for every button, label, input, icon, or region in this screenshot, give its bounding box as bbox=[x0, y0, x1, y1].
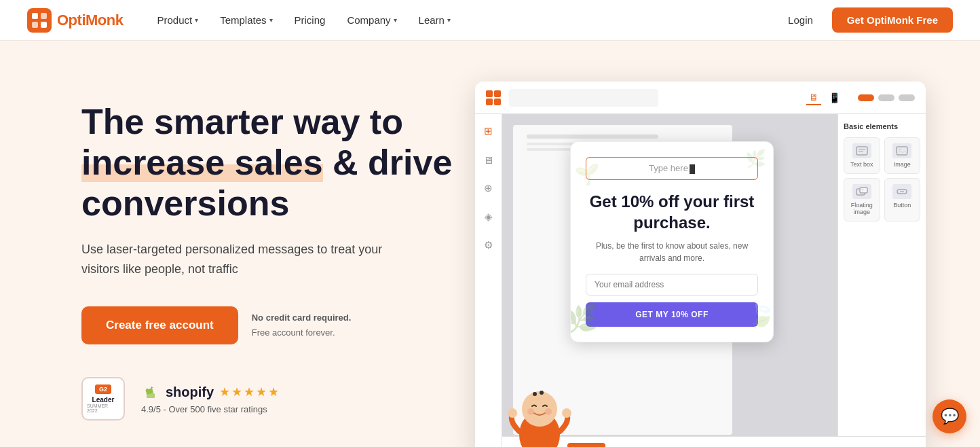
hero-content: The smarter way to increase sales & driv… bbox=[81, 82, 461, 421]
nav-product[interactable]: Product ▾ bbox=[147, 9, 208, 31]
shopify-row: shopify ★★★★★ bbox=[141, 382, 280, 401]
floating-image-label: Floating image bbox=[847, 202, 877, 215]
hero-subtext: Use laser-targeted personalized messages… bbox=[81, 240, 394, 279]
svg-rect-3 bbox=[32, 22, 38, 28]
tab-teaser[interactable]: Teaser bbox=[671, 443, 707, 448]
panel-element-floating-image[interactable]: Floating image bbox=[844, 178, 880, 221]
mascot-character bbox=[495, 360, 584, 447]
panel-title: Basic elements bbox=[844, 122, 920, 130]
tab-thank-you[interactable]: Thank you bbox=[614, 443, 662, 448]
panel-element-image[interactable]: Image bbox=[884, 137, 921, 174]
hero-actions: Create free account No credit card requi… bbox=[81, 306, 461, 344]
stars: ★★★★★ bbox=[219, 385, 280, 399]
social-proof: G2 Leader SUMMER 2022 shopify ★★★★★ 4.9/… bbox=[81, 377, 461, 421]
layers-tool-icon[interactable]: ◈ bbox=[480, 208, 497, 226]
svg-point-23 bbox=[562, 408, 571, 418]
logo[interactable]: OptiMonk bbox=[27, 8, 123, 33]
editor-grid-icon bbox=[486, 90, 501, 105]
nav-links: Product ▾ Templates ▾ Pricing Company ▾ … bbox=[147, 9, 780, 31]
popup-desc-text: Plus, be the first to know about sales, … bbox=[586, 240, 758, 264]
navbar: OptiMonk Product ▾ Templates ▾ Pricing C… bbox=[0, 0, 980, 41]
g2-badge: G2 Leader SUMMER 2022 bbox=[81, 377, 125, 421]
dot-2 bbox=[878, 94, 894, 101]
editor-mockup-container: 🖥 📱 ⊞ 🖥 ⊕ ◈ ⚙ bbox=[475, 82, 926, 447]
logo-text: OptiMonk bbox=[57, 12, 123, 29]
tab-separator-2: › bbox=[608, 444, 611, 448]
popup-type-input[interactable]: Type here bbox=[586, 157, 758, 180]
svg-rect-5 bbox=[147, 393, 155, 398]
nav-pricing[interactable]: Pricing bbox=[285, 9, 335, 31]
editor-right-panel: Basic elements Text box Imag bbox=[837, 114, 926, 447]
svg-point-22 bbox=[508, 408, 517, 418]
create-free-account-button[interactable]: Create free account bbox=[81, 306, 238, 344]
monitor-tool-icon[interactable]: 🖥 bbox=[480, 151, 497, 168]
svg-point-19 bbox=[545, 408, 552, 415]
svg-point-13 bbox=[861, 189, 863, 191]
svg-point-21 bbox=[540, 391, 544, 395]
logo-icon bbox=[27, 8, 52, 33]
panel-elements: Text box Image Floating im bbox=[844, 137, 920, 221]
company-chevron-icon: ▾ bbox=[394, 16, 397, 24]
svg-rect-4 bbox=[41, 22, 47, 28]
g2-label: G2 bbox=[95, 385, 111, 394]
popup-offer-text: Get 10% off your first purchase. bbox=[586, 191, 758, 233]
editor-topbar: 🖥 📱 bbox=[475, 82, 926, 114]
nav-right: Login Get OptiMonk Free bbox=[780, 7, 953, 33]
shopify-name: shopify bbox=[166, 385, 214, 400]
button-label: Button bbox=[893, 202, 911, 209]
textbox-label: Text box bbox=[850, 161, 873, 168]
heading-highlight: increase sales bbox=[81, 143, 323, 182]
svg-rect-9 bbox=[897, 147, 907, 155]
textbox-icon bbox=[852, 143, 871, 158]
button-element-icon bbox=[892, 184, 911, 199]
popup-card: 🌿 🌱 🍃 🌿 Type here Get 10% off your first… bbox=[570, 141, 774, 342]
templates-chevron-icon: ▾ bbox=[269, 16, 273, 24]
nav-learn[interactable]: Learn ▾ bbox=[409, 9, 460, 31]
svg-rect-6 bbox=[856, 147, 867, 155]
svg-rect-2 bbox=[41, 13, 47, 19]
shopify-rating: shopify ★★★★★ 4.9/5 - Over 500 five star… bbox=[141, 382, 280, 414]
floating-image-icon bbox=[852, 184, 871, 199]
image-icon bbox=[892, 143, 911, 158]
hero-heading: The smarter way to increase sales & driv… bbox=[81, 102, 461, 224]
cursor bbox=[690, 164, 695, 174]
plus-tool-icon[interactable]: ⊕ bbox=[480, 179, 497, 197]
desktop-icon[interactable]: 🖥 bbox=[806, 90, 821, 105]
mobile-icon[interactable]: 📱 bbox=[827, 90, 842, 105]
hero-section: The smarter way to increase sales & driv… bbox=[0, 41, 980, 447]
dot-3 bbox=[899, 94, 915, 101]
svg-point-17 bbox=[522, 391, 557, 427]
panel-element-button[interactable]: Button bbox=[884, 178, 921, 221]
nav-templates[interactable]: Templates ▾ bbox=[210, 9, 282, 31]
settings-tool-icon[interactable]: ⚙ bbox=[480, 236, 497, 254]
learn-chevron-icon: ▾ bbox=[447, 16, 451, 24]
svg-rect-0 bbox=[27, 8, 52, 33]
chat-icon: 💬 bbox=[941, 408, 959, 425]
popup-email-input[interactable] bbox=[586, 274, 758, 296]
popup-cta-button[interactable]: GET MY 10% OFF bbox=[586, 302, 758, 327]
editor-device-icons: 🖥 📱 bbox=[806, 90, 842, 105]
panel-element-textbox[interactable]: Text box bbox=[844, 137, 880, 174]
editor-url-bar bbox=[509, 89, 658, 107]
rating-text: 4.9/5 - Over 500 five star ratings bbox=[141, 404, 280, 414]
svg-point-20 bbox=[533, 392, 537, 396]
dot-1 bbox=[858, 94, 874, 101]
login-button[interactable]: Login bbox=[780, 9, 821, 31]
product-chevron-icon: ▾ bbox=[195, 16, 198, 24]
image-label: Image bbox=[894, 161, 911, 168]
editor-action-dots bbox=[858, 94, 915, 101]
get-optimonk-free-button[interactable]: Get OptiMonk Free bbox=[832, 7, 953, 33]
nav-company[interactable]: Company ▾ bbox=[337, 9, 406, 31]
grid-tool-icon[interactable]: ⊞ bbox=[480, 122, 497, 140]
shopify-icon bbox=[141, 382, 160, 401]
svg-rect-1 bbox=[32, 13, 38, 19]
chat-bubble-button[interactable]: 💬 bbox=[932, 399, 966, 433]
svg-point-18 bbox=[527, 408, 534, 415]
no-cc-text: No credit card required. Free account fo… bbox=[252, 310, 352, 340]
svg-rect-12 bbox=[860, 187, 867, 193]
tab-separator-3: ◦ bbox=[665, 444, 668, 448]
